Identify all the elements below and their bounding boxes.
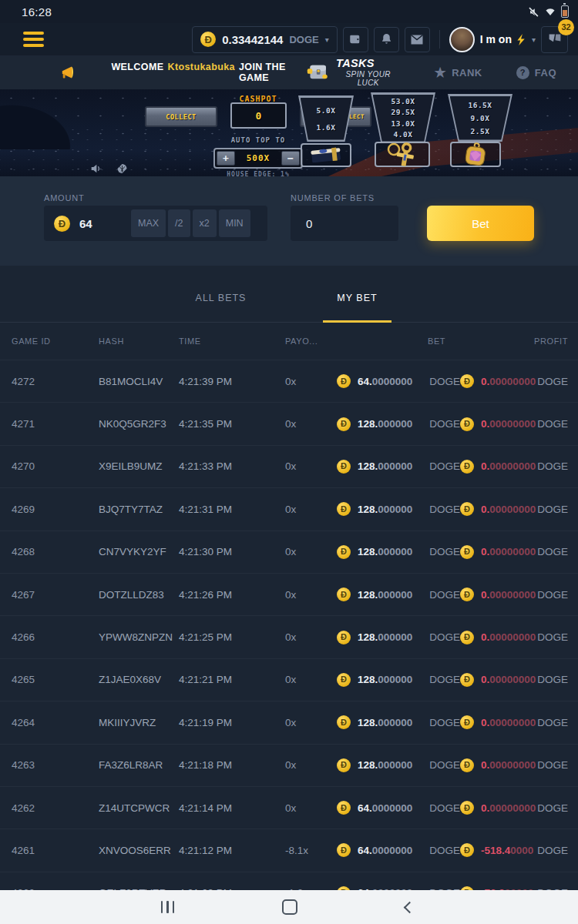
bet-amount-zeros: 000000 — [378, 631, 412, 643]
bet-currency: DOGE — [429, 674, 460, 685]
item-slot[interactable] — [450, 142, 501, 167]
hash: MKIIIYJVRZ — [99, 717, 179, 728]
time: 4:21:39 PM — [179, 376, 285, 387]
number-of-bets-input[interactable] — [304, 216, 377, 231]
bet-cell: Ð64.0000000DOGE — [337, 374, 460, 388]
user-name: I m on — [480, 33, 512, 45]
doge-coin-icon: Ð — [460, 588, 474, 601]
profit-amount-main: 0. — [481, 802, 489, 814]
doge-coin-icon: Ð — [337, 417, 351, 431]
max-button[interactable]: MAX — [131, 209, 166, 237]
doge-coin-icon: Ð — [460, 545, 474, 559]
house-edge-label: HOUSE EDGE: 1% — [197, 171, 320, 176]
back-button[interactable] — [405, 903, 417, 912]
payout: 0x — [285, 631, 337, 643]
table-row: 4268CN7VYKY2YF4:21:30 PM0xÐ128.000000DOG… — [0, 531, 578, 573]
welcome-prefix: WELCOME — [111, 62, 163, 83]
game-id: 4269 — [12, 504, 99, 515]
time: 4:21:35 PM — [179, 418, 285, 430]
profit-currency: DOGE — [537, 631, 568, 643]
profit-amount: 0.00000000 — [481, 717, 536, 728]
tab-my-bet[interactable]: MY BET — [289, 292, 425, 322]
multiplier-label: 9.0X — [471, 114, 490, 122]
welcome-username: Ktostukabuka — [167, 62, 234, 83]
multiplier-column: 53.0X29.5X13.0X4.0X — [371, 92, 435, 143]
item-slot[interactable] — [301, 143, 351, 167]
balance-selector[interactable]: Ð 0.33442144 DOGE ▾ — [192, 26, 338, 53]
bet-amount: 128.000000 — [358, 674, 412, 685]
doge-coin-icon: Ð — [337, 460, 351, 474]
payout: 0x — [285, 546, 337, 557]
table-row: 4260GELF3RTVER4:21:09 PM-1.2xÐ64.0000000… — [0, 872, 578, 890]
bet-button[interactable]: Bet — [427, 206, 534, 241]
bet-amount-main: 128. — [358, 460, 378, 472]
profit-amount-main: 0. — [481, 460, 489, 472]
payout: -8.1x — [285, 845, 337, 856]
amount-label: AMOUNT — [44, 193, 84, 203]
app-header: Ð 0.33442144 DOGE ▾ I m on — [0, 23, 578, 55]
tab-all-bets[interactable]: ALL BETS — [153, 292, 289, 322]
status-icons — [528, 5, 569, 18]
sound-toggle-button[interactable] — [88, 161, 103, 176]
chat-button[interactable]: 32 — [541, 26, 568, 53]
battery-icon — [561, 5, 569, 18]
profit-amount-main: 0. — [481, 717, 489, 728]
profit-amount-zeros: 00000000 — [489, 674, 536, 685]
recents-button[interactable] — [161, 901, 175, 913]
tasks-button[interactable]: TASKS SPIN YOUR LUCK — [305, 57, 401, 88]
profit-amount: 0.00000000 — [481, 376, 536, 387]
bet-currency: DOGE — [429, 460, 460, 472]
bet-amount-main: 128. — [358, 674, 378, 685]
double-button[interactable]: x2 — [193, 209, 217, 237]
collect-button[interactable]: COLLECT — [145, 106, 217, 127]
auto-top-label: AUTO TOP TO — [197, 136, 320, 144]
bet-cell: Ð128.000000DOGE — [337, 502, 460, 516]
item-slot[interactable] — [375, 142, 430, 167]
time: 4:21:12 PM — [179, 845, 285, 856]
doge-coin-icon: Ð — [337, 374, 351, 388]
min-button[interactable]: MIN — [219, 209, 250, 237]
effects-toggle-button[interactable] — [114, 161, 129, 176]
game-id: 4271 — [12, 418, 99, 430]
profit-currency: DOGE — [537, 504, 568, 515]
wallet-button[interactable] — [343, 27, 368, 52]
profit-amount-main: 0. — [481, 589, 489, 601]
welcome-message: WELCOME Ktostukabuka JOIN THE GAME — [111, 62, 304, 83]
half-button[interactable]: /2 — [168, 209, 190, 237]
table-row: 4271NK0Q5GR2F34:21:35 PM0xÐ128.000000DOG… — [0, 402, 578, 444]
profit-cell: Ð0.00000000DOGE — [460, 758, 568, 772]
doge-coin-icon: Ð — [460, 460, 474, 474]
profit-currency: DOGE — [537, 759, 568, 771]
profit-amount: 0.00000000 — [481, 418, 536, 430]
menu-button[interactable] — [23, 28, 44, 50]
bet-amount-main: 128. — [358, 504, 378, 515]
ankh-icon — [380, 138, 424, 171]
faq-button[interactable]: ? FAQ — [516, 66, 556, 79]
user-menu[interactable]: I m on ▾ — [449, 27, 536, 52]
bet-currency: DOGE — [429, 589, 460, 601]
star-icon: ★ — [434, 66, 446, 79]
messages-button[interactable] — [405, 27, 430, 52]
profit-currency: DOGE — [537, 376, 568, 387]
doge-coin-icon: Ð — [337, 801, 351, 815]
bet-currency: DOGE — [429, 759, 460, 771]
profit-amount: 0.00000000 — [481, 504, 536, 515]
increase-button[interactable]: + — [217, 151, 235, 166]
home-icon — [282, 899, 297, 915]
rank-button[interactable]: ★ RANK — [434, 66, 482, 79]
amount-input[interactable] — [78, 216, 129, 231]
hash: BJQ7TY7TAZ — [99, 504, 179, 515]
game-id: 4267 — [12, 589, 99, 601]
hash: Z14UTCPWCR — [99, 802, 179, 814]
profit-currency: DOGE — [537, 802, 568, 814]
doge-coin-icon: Ð — [54, 216, 70, 232]
profit-cell: Ð0.00000000DOGE — [460, 715, 568, 729]
decrease-button[interactable]: − — [281, 151, 300, 166]
home-button[interactable] — [282, 899, 297, 915]
bet-amount: 128.000000 — [358, 589, 412, 601]
notifications-button[interactable] — [374, 27, 399, 52]
bet-cell: Ð128.000000DOGE — [337, 673, 460, 687]
profit-amount-main: 0. — [481, 631, 489, 643]
bet-amount-zeros: 0000000 — [372, 802, 413, 814]
lightning-icon — [517, 34, 526, 45]
